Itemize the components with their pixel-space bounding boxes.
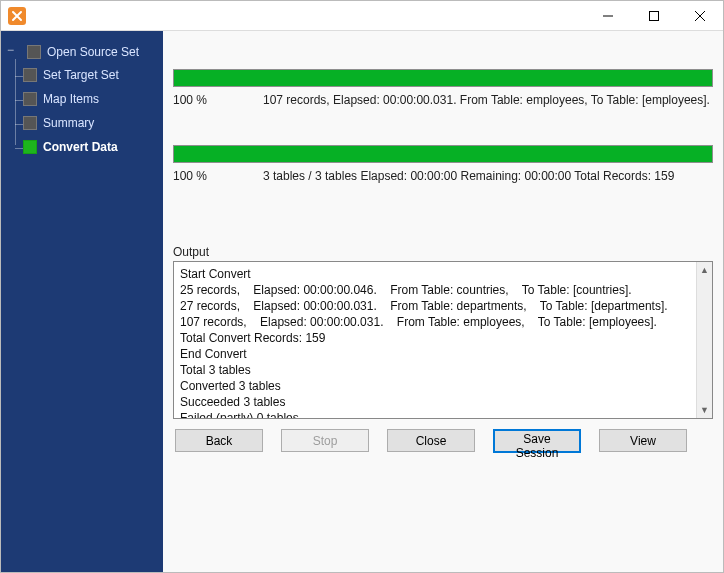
scroll-down-icon[interactable]: ▼ (697, 402, 712, 418)
output-wrap: Start Convert 25 records, Elapsed: 00:00… (173, 261, 713, 419)
overall-progress-percent: 100 % (173, 169, 263, 183)
app-icon (7, 6, 27, 26)
window-controls (585, 1, 723, 31)
output-scrollbar[interactable]: ▲ ▼ (696, 262, 712, 418)
output-textarea[interactable]: Start Convert 25 records, Elapsed: 00:00… (173, 261, 713, 419)
maximize-button[interactable] (631, 1, 677, 31)
overall-progress-status: 100 % 3 tables / 3 tables Elapsed: 00:00… (173, 169, 713, 183)
step-box-icon (23, 140, 37, 154)
minimize-button[interactable] (585, 1, 631, 31)
sidebar-item-label: Summary (43, 116, 94, 130)
svg-rect-2 (650, 11, 659, 20)
sidebar-item-convert-data[interactable]: Convert Data (23, 135, 163, 159)
sidebar-root[interactable]: Open Source Set (9, 41, 163, 63)
sidebar-root-label: Open Source Set (47, 45, 139, 59)
button-row: Back Stop Close Save Session View (173, 419, 713, 457)
back-button[interactable]: Back (175, 429, 263, 452)
main-panel: 100 % 107 records, Elapsed: 00:00:00.031… (163, 31, 723, 572)
collapse-icon[interactable] (9, 47, 19, 57)
wizard-sidebar: Open Source Set Set Target Set Map Items… (1, 31, 163, 572)
progress-fill (174, 146, 712, 162)
sidebar-item-label: Set Target Set (43, 68, 119, 82)
close-wizard-button[interactable]: Close (387, 429, 475, 452)
sidebar-item-summary[interactable]: Summary (23, 111, 163, 135)
body: Open Source Set Set Target Set Map Items… (1, 31, 723, 572)
scroll-up-icon[interactable]: ▲ (697, 262, 712, 278)
table-progress-detail: 107 records, Elapsed: 00:00:00.031. From… (263, 93, 713, 107)
titlebar (1, 1, 723, 31)
view-button[interactable]: View (599, 429, 687, 452)
overall-progress-bar (173, 145, 713, 163)
table-progress-bar (173, 69, 713, 87)
close-button[interactable] (677, 1, 723, 31)
stop-button[interactable]: Stop (281, 429, 369, 452)
step-box-icon (23, 92, 37, 106)
sidebar-item-label: Map Items (43, 92, 99, 106)
progress-section: 100 % 107 records, Elapsed: 00:00:00.031… (173, 39, 713, 205)
progress-fill (174, 70, 712, 86)
output-label: Output (173, 245, 713, 259)
table-progress-status: 100 % 107 records, Elapsed: 00:00:00.031… (173, 93, 713, 107)
table-progress-percent: 100 % (173, 93, 263, 107)
app-window: Open Source Set Set Target Set Map Items… (0, 0, 724, 573)
step-box-icon (23, 116, 37, 130)
step-box-icon (23, 68, 37, 82)
sidebar-item-set-target-set[interactable]: Set Target Set (23, 63, 163, 87)
step-box-icon (27, 45, 41, 59)
sidebar-item-map-items[interactable]: Map Items (23, 87, 163, 111)
overall-progress-detail: 3 tables / 3 tables Elapsed: 00:00:00 Re… (263, 169, 713, 183)
save-session-button[interactable]: Save Session (493, 429, 581, 453)
sidebar-item-label: Convert Data (43, 140, 118, 154)
